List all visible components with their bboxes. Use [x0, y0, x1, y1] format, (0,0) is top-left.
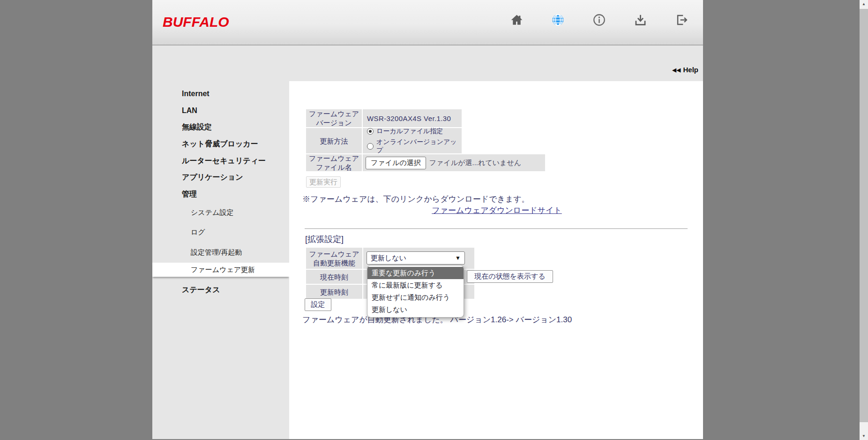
firmware-version-label: ファームウェア バージョン	[306, 109, 362, 127]
update-time-label: 更新時刻	[306, 285, 362, 299]
scroll-up-button[interactable]: ▲	[860, 0, 868, 8]
help-label: Help	[683, 66, 698, 74]
show-current-state-button[interactable]: 現在の状態を表示する	[467, 270, 553, 283]
update-method-row: 更新方法 ローカルファイル指定 オンラインバージョンアップ	[306, 128, 545, 153]
firmware-file-input: ファイルの選択 ファイルが選...れていません	[363, 154, 545, 171]
sidebar-item-net-threat-blocker[interactable]: ネット脅威ブロッカー	[182, 139, 258, 149]
download-note: ※ファームウェアは、下のリンクからダウンロードできます。	[302, 194, 530, 205]
site-container: BUFFALO	[152, 0, 703, 440]
update-method-options: ローカルファイル指定 オンラインバージョンアップ	[363, 128, 462, 153]
sidebar-nav: Internet LAN 無線設定 ネット脅威ブロッカー ルーターセキュリティー…	[152, 46, 289, 439]
dropdown-option-always-latest[interactable]: 常に最新版に更新する	[367, 279, 464, 291]
info-icon[interactable]	[593, 14, 606, 26]
help-link[interactable]: ◀◀ Help	[672, 66, 698, 74]
section-divider	[305, 228, 688, 229]
sidebar-item-router-security[interactable]: ルーターセキュリティー	[182, 156, 266, 166]
scrollbar[interactable]: ▲ ▼	[860, 0, 868, 440]
sidebar-item-config-restart[interactable]: 設定管理/再起動	[191, 248, 242, 257]
sidebar-item-lan[interactable]: LAN	[182, 106, 197, 115]
site-body: ◀◀ Help Internet LAN 無線設定 ネット脅威ブロッカー ルータ…	[152, 46, 703, 439]
sidebar-item-wireless[interactable]: 無線設定	[182, 122, 212, 132]
scrollbar-thumb[interactable]	[860, 9, 868, 422]
sidebar-item-system-settings[interactable]: システム設定	[191, 208, 233, 217]
radio-online-update-icon	[367, 143, 374, 150]
help-arrows-icon: ◀◀	[672, 67, 681, 73]
download-icon[interactable]	[634, 14, 647, 26]
firmware-file-label: ファームウェア ファイル名	[306, 154, 362, 171]
current-time-label: 現在時刻	[306, 270, 362, 284]
buffalo-logo: BUFFALO	[163, 14, 229, 30]
site-header: BUFFALO	[152, 0, 703, 46]
main-panel: ファームウェア バージョン WSR-3200AX4S Ver.1.30 更新方法…	[289, 81, 703, 439]
auto-update-label: ファームウェア 自動更新機能	[306, 248, 362, 269]
run-update-button[interactable]: 更新実行	[306, 176, 341, 188]
scroll-down-button[interactable]: ▼	[860, 432, 868, 440]
auto-update-dropdown: 重要な更新のみ行う 常に最新版に更新する 更新せずに通知のみ行う 更新しない	[367, 265, 464, 318]
globe-icon[interactable]	[552, 14, 564, 26]
sidebar-item-log[interactable]: ログ	[191, 228, 205, 237]
sidebar-item-applications[interactable]: アプリケーション	[182, 173, 243, 182]
apply-button[interactable]: 設定	[305, 298, 331, 311]
header-icons	[510, 14, 688, 26]
chevron-down-icon: ▼	[455, 255, 461, 261]
firmware-file-row: ファームウェア ファイル名 ファイルの選択 ファイルが選...れていません	[306, 154, 545, 171]
firmware-table: ファームウェア バージョン WSR-3200AX4S Ver.1.30 更新方法…	[306, 109, 545, 172]
choose-file-button[interactable]: ファイルの選択	[366, 157, 426, 169]
dropdown-option-no-update[interactable]: 更新しない	[367, 303, 464, 316]
update-method-label: 更新方法	[306, 128, 362, 153]
radio-local-file[interactable]: ローカルファイル指定	[367, 127, 462, 136]
file-selected-text: ファイルが選...れていません	[429, 159, 521, 167]
sidebar-item-status[interactable]: ステータス	[182, 285, 220, 295]
sidebar-item-firmware-update[interactable]: ファームウェア更新	[191, 265, 255, 274]
sidebar-item-admin[interactable]: 管理	[182, 190, 197, 199]
radio-online-update[interactable]: オンラインバージョンアップ	[367, 138, 462, 155]
home-icon[interactable]	[510, 14, 523, 26]
sidebar-item-internet[interactable]: Internet	[182, 89, 210, 99]
dropdown-option-notify-only[interactable]: 更新せずに通知のみ行う	[367, 291, 464, 303]
dropdown-option-important-only[interactable]: 重要な更新のみ行う	[367, 267, 464, 279]
logout-icon[interactable]	[675, 14, 688, 26]
radio-local-file-icon	[367, 128, 374, 135]
extended-settings-title: [拡張設定]	[305, 234, 344, 245]
firmware-download-link[interactable]: ファームウェアダウンロードサイト	[432, 206, 562, 215]
download-link-row: ファームウェアダウンロードサイト	[306, 205, 688, 216]
auto-update-select[interactable]: 更新しない ▼	[367, 251, 465, 265]
